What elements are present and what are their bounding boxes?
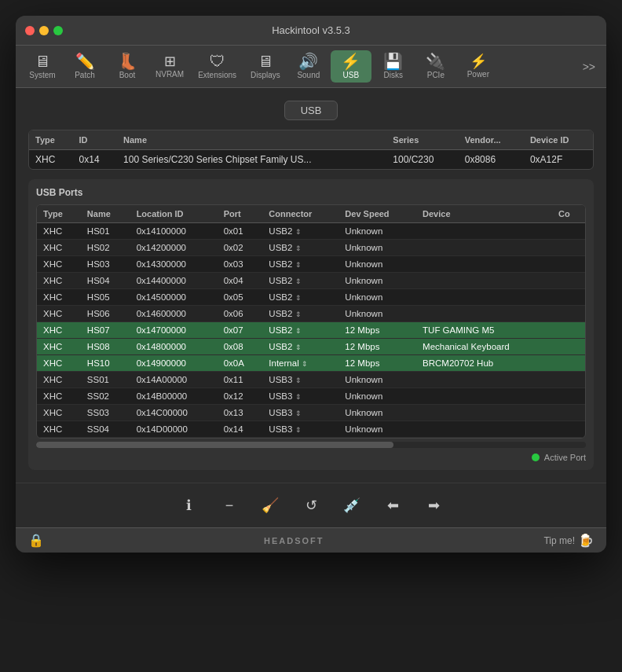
- sound-label: Sound: [297, 71, 320, 79]
- cell-connector: USB2 ⇕: [262, 322, 338, 339]
- col-id: ID: [73, 130, 117, 150]
- ports-table-row[interactable]: XHC HS04 0x14400000 0x04 USB2 ⇕ Unknown: [37, 273, 585, 289]
- export-button[interactable]: ➡: [421, 493, 446, 518]
- cell-speed: Unknown: [338, 289, 416, 306]
- cell-speed: Unknown: [338, 372, 416, 388]
- ports-table-container[interactable]: Type Name Location ID Port Connector Dev…: [36, 204, 586, 439]
- clean-button[interactable]: 🧹: [258, 493, 283, 518]
- cell-speed: Unknown: [338, 421, 416, 438]
- usb-table-row[interactable]: XHC 0x14 100 Series/C230 Series Chipset …: [29, 150, 593, 170]
- cell-type: XHC: [37, 388, 81, 405]
- cell-device: [416, 405, 552, 421]
- cell-type: XHC: [37, 223, 81, 240]
- tip-section[interactable]: Tip me! 🍺: [543, 533, 594, 548]
- toolbar-item-displays[interactable]: 🖥 Displays: [244, 50, 287, 83]
- ports-table-row[interactable]: XHC HS07 0x14700000 0x07 USB2 ⇕ 12 Mbps …: [37, 322, 585, 339]
- toolbar-item-nvram[interactable]: ⊞ NVRAM: [149, 51, 190, 82]
- ports-table-row[interactable]: XHC HS06 0x14600000 0x06 USB2 ⇕ Unknown: [37, 306, 585, 322]
- usb-label: USB: [343, 71, 360, 79]
- bottom-toolbar: ℹ − 🧹 ↺ 💉 ⬅ ➡: [16, 483, 606, 527]
- section-badge: USB: [284, 101, 338, 120]
- cell-name: HS05: [81, 289, 130, 306]
- boot-label: Boot: [119, 71, 136, 79]
- toolbar-item-usb[interactable]: ⚡ USB: [331, 50, 371, 83]
- ports-table-row[interactable]: XHC HS08 0x14800000 0x08 USB2 ⇕ 12 Mbps …: [37, 339, 585, 355]
- ports-table-row[interactable]: XHC HS10 0x14900000 0x0A Internal ⇕ 12 M…: [37, 355, 585, 372]
- cell-co: [552, 421, 585, 438]
- refresh-button[interactable]: ↺: [298, 493, 324, 518]
- cell-connector: USB2 ⇕: [262, 273, 338, 289]
- pcie-label: PCIe: [427, 71, 445, 79]
- system-label: System: [29, 71, 55, 79]
- cell-co: [552, 322, 585, 339]
- cell-speed: 12 Mbps: [338, 322, 416, 339]
- brand-label: HEADSOFT: [264, 536, 324, 545]
- ports-col-location: Location ID: [130, 205, 218, 223]
- cell-location: 0x14900000: [130, 355, 218, 372]
- ports-table-row[interactable]: XHC SS04 0x14D00000 0x14 USB3 ⇕ Unknown: [37, 421, 585, 438]
- import-button[interactable]: ⬅: [380, 493, 405, 518]
- cell-name: SS03: [81, 405, 130, 421]
- cell-name: 100 Series/C230 Series Chipset Family US…: [117, 150, 386, 170]
- inject-button[interactable]: 💉: [339, 493, 364, 518]
- cell-location: 0x14100000: [130, 223, 218, 240]
- toolbar-item-sound[interactable]: 🔊 Sound: [288, 50, 329, 83]
- toolbar-item-patch[interactable]: ✏️ Patch: [64, 50, 105, 83]
- pcie-icon: 🔌: [426, 53, 445, 69]
- toolbar-item-extensions[interactable]: 🛡 Extensions: [192, 50, 243, 83]
- cell-name: HS08: [81, 339, 130, 355]
- minimize-button[interactable]: [39, 26, 49, 35]
- cell-connector: Internal ⇕: [262, 355, 338, 372]
- cell-name: HS02: [81, 240, 130, 256]
- cell-connector: USB2 ⇕: [262, 306, 338, 322]
- extensions-icon: 🛡: [210, 53, 225, 69]
- cell-port: 0x08: [218, 339, 263, 355]
- cell-type: XHC: [37, 421, 81, 438]
- toolbar-more-button[interactable]: >>: [578, 57, 600, 76]
- cell-connector: USB2 ⇕: [262, 339, 338, 355]
- statusbar: 🔒 HEADSOFT Tip me! 🍺: [16, 527, 606, 553]
- ports-table-row[interactable]: XHC SS02 0x14B00000 0x12 USB3 ⇕ Unknown: [37, 388, 585, 405]
- col-name: Name: [117, 130, 386, 150]
- cell-co: [552, 339, 585, 355]
- active-dot: [532, 454, 540, 461]
- ports-table-row[interactable]: XHC HS02 0x14200000 0x02 USB2 ⇕ Unknown: [37, 240, 585, 256]
- close-button[interactable]: [25, 26, 35, 35]
- nvram-icon: ⊞: [164, 54, 176, 68]
- ports-table-row[interactable]: XHC SS03 0x14C00000 0x13 USB3 ⇕ Unknown: [37, 405, 585, 421]
- cell-co: [552, 256, 585, 273]
- info-button[interactable]: ℹ: [176, 493, 201, 518]
- cell-location: 0x14400000: [130, 273, 218, 289]
- cell-device: BRCM20702 Hub: [416, 355, 552, 372]
- active-port-label: Active Port: [544, 453, 586, 462]
- cell-connector: USB2 ⇕: [262, 289, 338, 306]
- beer-icon: 🍺: [578, 533, 594, 548]
- cell-speed: Unknown: [338, 405, 416, 421]
- cell-type: XHC: [37, 306, 81, 322]
- ports-table-row[interactable]: XHC HS01 0x14100000 0x01 USB2 ⇕ Unknown: [37, 223, 585, 240]
- disks-label: Disks: [384, 71, 403, 79]
- cell-port: 0x12: [218, 388, 263, 405]
- cell-speed: 12 Mbps: [338, 339, 416, 355]
- ports-table-row[interactable]: XHC SS01 0x14A00000 0x11 USB3 ⇕ Unknown: [37, 372, 585, 388]
- cell-type: XHC: [37, 289, 81, 306]
- toolbar-item-power[interactable]: ⚡ Power: [458, 51, 499, 82]
- cell-name: HS04: [81, 273, 130, 289]
- scrollbar[interactable]: [36, 442, 586, 448]
- toolbar-item-boot[interactable]: 👢 Boot: [107, 50, 148, 83]
- toolbar-item-system[interactable]: 🖥 System: [22, 50, 63, 83]
- col-device-id: Device ID: [524, 130, 593, 150]
- cell-co: [552, 355, 585, 372]
- toolbar-item-pcie[interactable]: 🔌 PCIe: [415, 50, 456, 83]
- zoom-button[interactable]: [53, 26, 63, 35]
- ports-table-row[interactable]: XHC HS03 0x14300000 0x03 USB2 ⇕ Unknown: [37, 256, 585, 273]
- cell-speed: Unknown: [338, 388, 416, 405]
- cell-type: XHC: [29, 150, 73, 170]
- remove-button[interactable]: −: [217, 493, 242, 518]
- ports-col-device: Device: [416, 205, 552, 223]
- cell-name: SS01: [81, 372, 130, 388]
- toolbar-item-disks[interactable]: 💾 Disks: [373, 50, 414, 83]
- usb-ports-section: USB Ports Type Name Location ID Port Con…: [28, 179, 594, 470]
- cell-name: HS07: [81, 322, 130, 339]
- ports-table-row[interactable]: XHC HS05 0x14500000 0x05 USB2 ⇕ Unknown: [37, 289, 585, 306]
